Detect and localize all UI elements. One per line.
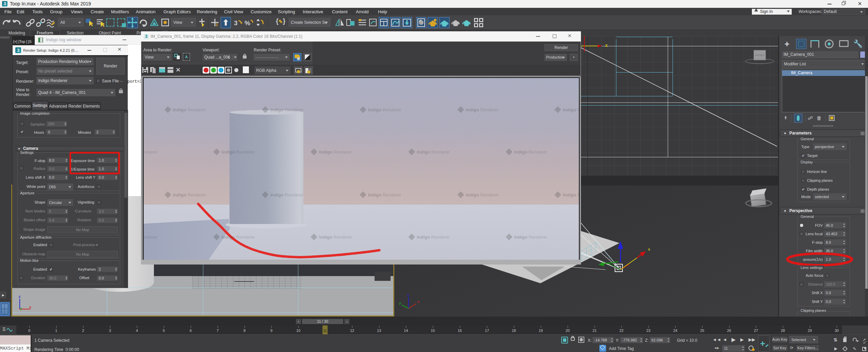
svg-text:%: %	[244, 19, 250, 27]
svg-text:x: x	[417, 300, 420, 304]
svg-text:z: z	[407, 293, 409, 297]
svg-text:3: 3	[234, 19, 238, 27]
svg-text:x: x	[648, 247, 650, 251]
svg-text:3: 3	[216, 23, 218, 27]
svg-text:y: y	[399, 301, 401, 305]
